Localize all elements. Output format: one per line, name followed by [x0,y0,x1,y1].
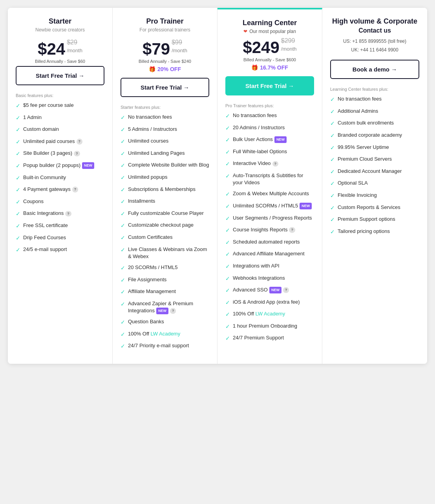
plan-col-pro-trainer: Pro TrainerFor professional trainers $79… [113,8,217,364]
feature-text: 24/7 Priority e-mail support [128,342,189,349]
feature-list-corporate: ✓ No transaction fees ✓ Additional Admin… [330,95,419,236]
check-icon: ✓ [16,162,20,170]
check-icon: ✓ [121,288,125,296]
feature-item: ✓ Customizable checkout page [121,222,209,230]
feature-item: ✓ Site Builder (3 pages)? [16,150,104,158]
feature-text: Popup builder (2 popups)NEW [23,162,94,169]
feature-text: Free SSL certificate [23,222,68,229]
check-icon: ✓ [16,210,20,218]
check-icon: ✓ [121,150,125,158]
check-icon: ✓ [225,299,230,307]
check-icon: ✓ [16,235,20,242]
feature-item: ✓ Scheduled automated reports [225,238,314,247]
cta-btn-pro-trainer[interactable]: Start Free Trial → [121,78,209,97]
feature-item: ✓ Advanced Affiliate Management [225,250,314,258]
feature-item: ✓ Complete Website Builder with Blog [121,161,209,170]
feature-list-pro-trainer: ✓ No transaction fees ✓ 5 Admins / Instr… [121,114,209,350]
feature-text: Live Classes & Webinars via Zoom & Webex [128,246,209,260]
check-icon: ✓ [121,138,125,146]
plan-tagline-pro-trainer: For professional trainers [121,27,209,33]
feature-text: Unlimited courses [128,137,168,145]
cta-btn-corporate[interactable]: Book a demo → [330,60,419,79]
feature-text: Advanced Zapier & Premium IntegrationsNE… [128,300,209,314]
lw-academy-link[interactable]: LW Academy [256,311,285,317]
check-icon: ✓ [330,144,335,152]
plan-col-starter: StarterNewbie course creators $24 $29 /m… [8,8,113,364]
check-icon: ✓ [225,215,230,223]
feature-item: ✓ iOS & Android App (extra fee) [225,299,314,307]
features-label-starter: Basic features plus: [16,93,104,98]
feature-text: 5 Admins / Instructors [128,126,177,133]
feature-item: ✓ Zoom & Webex Multiple Accounts [225,190,314,198]
badge-q[interactable]: ? [289,227,295,233]
cta-btn-learning-center[interactable]: Start Free Trial → [225,76,314,95]
feature-item: ✓ 24/5 e-mail support [16,246,104,254]
feature-text: $5 fee per course sale [23,102,74,109]
badge-new: NEW [156,308,168,314]
feature-text: Installments [128,198,155,205]
feature-item: ✓ 4 Payment gateways? [16,186,104,194]
check-icon: ✓ [121,126,125,134]
check-icon: ✓ [121,210,125,218]
check-icon: ✓ [330,108,335,116]
feature-item: ✓ 20 Admins / Instructors [225,124,314,132]
off-badge-learning-center: 🎁 16.7% OFF [225,64,314,71]
badge-q[interactable]: ? [74,151,80,157]
feature-text: Webhooks Integrations [233,275,285,282]
feature-item: ✓ Course Insights Reports? [225,226,314,235]
check-icon: ✓ [225,263,230,271]
badge-q[interactable]: ? [170,308,176,314]
feature-item: ✓ Unlimited SCORMs / HTML5NEW [225,202,314,211]
check-icon: ✓ [121,319,125,326]
check-icon: ✓ [121,277,125,284]
badge-q[interactable]: ? [272,161,279,167]
gift-icon-learning-center: 🎁 [251,64,258,71]
badge-q[interactable]: ? [65,211,71,217]
heart-icon: ❤ [243,29,247,34]
feature-text: Zoom & Webex Multiple Accounts [233,190,309,197]
feature-item: ✓ Affiliate Management [121,288,209,296]
feature-text: Unlimited paid courses? [23,138,82,145]
feature-text: 1 Admin [23,114,42,121]
check-icon: ✓ [16,114,20,122]
feature-text: Customizable checkout page [128,222,194,229]
feature-item: ✓ Dedicated Account Manager [330,168,419,176]
feature-text: Advanced SSONEW? [233,286,289,293]
cta-btn-starter[interactable]: Start Free Trial → [16,66,104,85]
feature-text: No transaction fees [233,112,277,119]
price-amount-learning-center: $249 [243,39,279,56]
check-icon: ✓ [16,186,20,194]
check-icon: ✓ [121,246,125,254]
feature-item: ✓ 99.95% Server Uptime [330,144,419,152]
check-icon: ✓ [16,126,20,134]
feature-text: Site Builder (3 pages)? [23,150,80,157]
plan-name-pro-trainer: Pro Trainer [121,17,209,26]
feature-text: Subscriptions & Memberships [128,186,196,193]
feature-text: Custom Reports & Services [338,204,400,211]
price-old-pro-trainer: $99 [172,39,182,46]
check-icon: ✓ [330,192,335,200]
feature-item: ✓ Interactive Video? [225,160,314,168]
feature-item: ✓ No transaction fees [330,95,419,104]
check-icon: ✓ [16,246,20,254]
feature-text: File Assignments [128,276,166,283]
feature-item: ✓ Premium Cloud Servers [330,156,419,164]
check-icon: ✓ [225,112,230,120]
feature-text: Built-in Community [23,174,66,181]
badge-q[interactable]: ? [77,139,83,145]
lw-academy-link[interactable]: LW Academy [151,331,181,337]
feature-text: iOS & Android App (extra fee) [233,299,300,306]
badge-q[interactable]: ? [72,187,79,192]
plan-name-starter: Starter [16,17,104,26]
feature-text: Fully customizable Course Player [128,210,204,217]
feature-item: ✓ 5 Admins / Instructors [121,126,209,134]
plan-col-corporate: High volume & Corporate Contact us US: +… [322,8,427,364]
feature-text: 24/7 Premium Support [233,334,284,341]
feature-item: ✓ Branded corporate academy [330,132,419,140]
check-icon: ✓ [225,251,230,258]
feature-text: Tailored pricing options [338,228,390,235]
feature-text: 24/5 e-mail support [23,246,67,253]
check-icon: ✓ [330,180,335,188]
badge-q[interactable]: ? [283,287,289,293]
features-label-learning-center: Pro Trainer features plus: [225,103,314,108]
